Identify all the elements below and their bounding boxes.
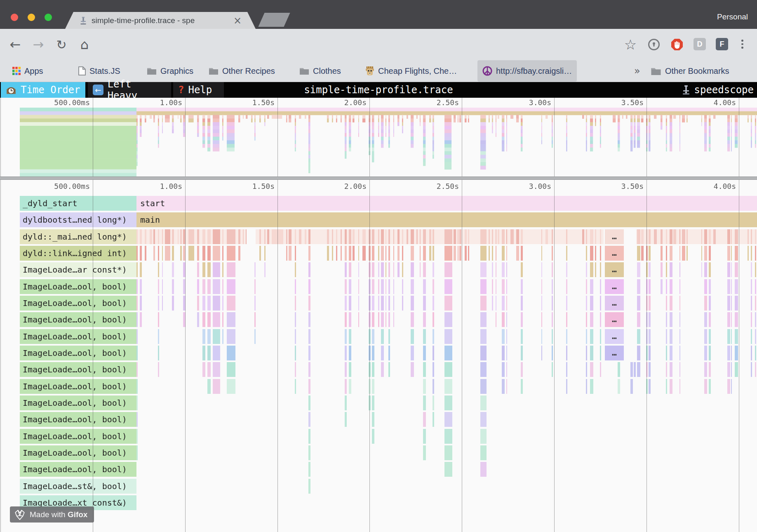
frame-label[interactable]: dyldbootst…ned long*) — [23, 212, 133, 227]
frame-ellipsis-label[interactable]: … — [605, 296, 624, 311]
speedscope-toolbar: Time Order ← Left Heavy ? Help simple-ti… — [0, 82, 757, 98]
frame-right-label[interactable]: main — [140, 212, 305, 227]
speedscope-logo[interactable]: speedscope — [681, 82, 754, 98]
question-icon: ? — [178, 84, 184, 96]
browser-tab[interactable]: simple-time-profile.trace - spe × — [65, 12, 256, 29]
flame-chart-area: 500.00ms1.00s1.50s2.00s2.50s3.00s3.50s4.… — [0, 98, 757, 532]
frame-label[interactable]: dyld::link…igned int) — [23, 246, 133, 261]
fox-icon — [14, 509, 26, 520]
frame-label[interactable]: ImageLoade…ool, bool) — [23, 462, 133, 477]
other-bookmarks[interactable]: Other Bookmarks — [651, 60, 729, 82]
watermark-text: Made with Gifox — [30, 510, 87, 519]
back-icon[interactable]: ← — [7, 29, 24, 60]
tab-time-order[interactable]: Time Order — [1, 82, 85, 98]
home-icon[interactable]: ⌂ — [76, 29, 93, 60]
axis-tick-label-main: 2.50s — [419, 183, 459, 190]
axis-tick-label-main: 3.00s — [512, 183, 551, 190]
profile-label[interactable]: Personal — [717, 12, 748, 21]
watermark-brand: Gifox — [68, 510, 88, 519]
folder-icon — [209, 67, 219, 75]
window-title-bar: simple-time-profile.trace - spe × Person… — [0, 0, 757, 29]
frame-label[interactable]: ImageLoade…ool, bool) — [23, 379, 133, 394]
frame-label[interactable]: ImageLoade…ool, bool) — [23, 412, 133, 427]
frame-label[interactable]: dyld::_mai…ned long*) — [23, 229, 133, 244]
bookmark-star-icon[interactable]: ☆ — [622, 29, 639, 60]
frame-label[interactable]: ImageLoade…ool, bool) — [23, 279, 133, 294]
gifox-watermark: Made with Gifox — [10, 506, 94, 523]
frame-label[interactable]: ImageLoade…ool, bool) — [23, 395, 133, 410]
axis-tick-label-main: 1.00s — [143, 183, 182, 190]
frame-label[interactable]: ImageLoade…ool, bool) — [23, 362, 133, 377]
axis-tick-label-minimap: 2.50s — [419, 99, 459, 106]
frame-ellipsis-label[interactable]: … — [605, 262, 624, 277]
zoom-window-button[interactable] — [45, 14, 52, 21]
bookmark-label: Clothes — [313, 66, 341, 76]
frame-label[interactable]: _dyld_start — [23, 196, 133, 211]
adblock-extension-icon[interactable] — [670, 29, 684, 60]
extension-badge-f[interactable]: F — [716, 38, 728, 50]
onepassword-extension-icon[interactable] — [647, 29, 661, 60]
frame-label[interactable]: ImageLoade…ool, bool) — [23, 429, 133, 444]
forward-icon[interactable]: → — [30, 29, 47, 60]
axis-tick-label-main: 1.50s — [235, 183, 275, 190]
folder-icon — [299, 67, 309, 75]
axis-tick-label-minimap: 1.00s — [143, 99, 182, 106]
axis-tick-label-minimap: 1.50s — [235, 99, 275, 106]
tab-help[interactable]: ? Help — [173, 82, 224, 98]
trace-title: simple-time-profile.trace — [304, 82, 453, 98]
axis-tick-label-main: 4.00s — [696, 183, 736, 190]
frame-right-label[interactable]: start — [140, 196, 305, 211]
browser-menu-icon[interactable] — [741, 40, 743, 49]
microscope-icon — [681, 85, 691, 95]
bookmark-label: Other Recipes — [222, 66, 275, 76]
bookmark-apps[interactable]: Apps — [12, 60, 43, 82]
frame-label[interactable]: ImageLoade…ool, bool) — [23, 312, 133, 327]
bookmark-sfbay-craigslist[interactable]: http://sfbay.craigsli… — [477, 60, 577, 82]
left-arrow-icon: ← — [93, 85, 103, 95]
folder-icon — [147, 67, 157, 75]
frame-ellipsis-label[interactable]: … — [605, 246, 624, 261]
folder-icon — [651, 67, 661, 75]
axis-tick-label-minimap: 3.00s — [512, 99, 551, 106]
bookmark-label: Stats.JS — [89, 66, 120, 76]
frame-label[interactable]: ImageLoade…ool, bool) — [23, 346, 133, 360]
tab-label: Help — [188, 84, 212, 96]
extension-badge-d[interactable]: D — [694, 38, 706, 50]
frame-label[interactable]: ImageLoade…ool, bool) — [23, 445, 133, 460]
frame-ellipsis-label[interactable]: … — [605, 312, 624, 327]
other-bookmarks-label: Other Bookmarks — [665, 66, 729, 76]
screenshot-root: simple-time-profile.trace - spe × Person… — [0, 0, 757, 532]
speedscope-logo-text: speedscope — [694, 84, 754, 96]
minimap[interactable] — [0, 98, 757, 177]
bookmark-cheap-flights[interactable]: Cheap Flights, Che… — [365, 60, 457, 82]
minimize-window-button[interactable] — [28, 14, 35, 21]
microscope-favicon-icon — [79, 16, 87, 25]
frame-ellipsis-label[interactable]: … — [605, 346, 624, 360]
frame-ellipsis-label[interactable]: … — [605, 229, 624, 244]
tab-label: Time Order — [21, 84, 80, 96]
page-icon — [78, 66, 86, 75]
bookmark-other-recipes[interactable]: Other Recipes — [209, 60, 275, 82]
axis-tick-label-minimap: 3.50s — [604, 99, 644, 106]
axis-tick-label-main: 2.00s — [327, 183, 367, 190]
frame-ellipsis-label[interactable]: … — [605, 329, 624, 344]
bookmark-label: http://sfbay.craigsli… — [496, 66, 572, 76]
frame-label[interactable]: ImageLoade…ar const*) — [23, 262, 133, 277]
close-window-button[interactable] — [11, 14, 18, 21]
peace-favicon-icon — [482, 66, 492, 76]
frame-label[interactable]: ImageLoade…st&, bool) — [23, 479, 133, 494]
browser-toolbar: ← → ↻ ⌂ Secure https://www.speedscope.ap… — [0, 29, 757, 60]
bookmarks-overflow-chevron[interactable]: » — [634, 60, 640, 82]
axis-tick-label-minimap: 2.00s — [327, 99, 367, 106]
tab-title: simple-time-profile.trace - spe — [92, 16, 228, 25]
tab-close-icon[interactable]: × — [233, 16, 242, 26]
bookmark-clothes[interactable]: Clothes — [299, 60, 341, 82]
frame-label[interactable]: ImageLoade…ool, bool) — [23, 329, 133, 344]
frame-label[interactable]: ImageLoade…ool, bool) — [23, 296, 133, 311]
reload-icon[interactable]: ↻ — [53, 29, 70, 60]
new-tab-button[interactable] — [258, 13, 290, 27]
tab-left-heavy[interactable]: ← Left Heavy — [88, 82, 171, 98]
frame-ellipsis-label[interactable]: … — [605, 279, 624, 294]
panel-resize-handle[interactable] — [0, 177, 757, 180]
axis-tick-label-minimap: 500.00ms — [50, 99, 90, 106]
